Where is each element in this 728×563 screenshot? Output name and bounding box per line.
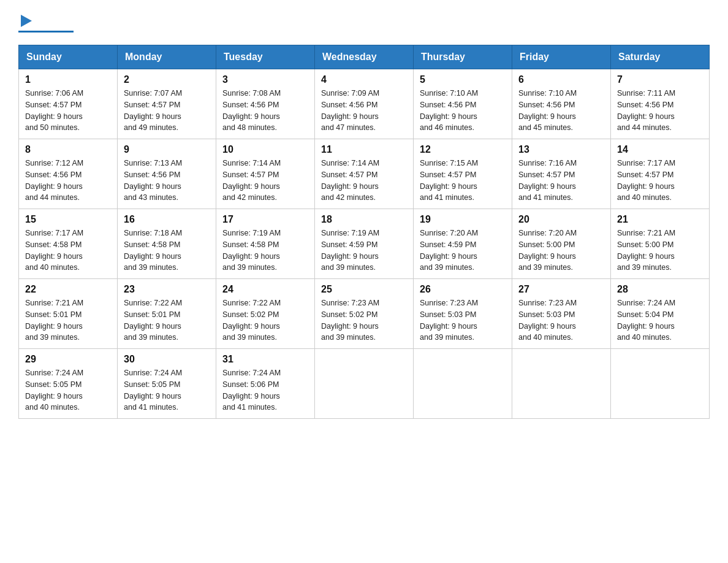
day-info: Sunrise: 7:23 AMSunset: 5:03 PMDaylight:… [420, 297, 506, 343]
day-info: Sunrise: 7:24 AMSunset: 5:05 PMDaylight:… [124, 367, 210, 413]
calendar-cell: 27Sunrise: 7:23 AMSunset: 5:03 PMDayligh… [512, 279, 611, 349]
calendar-cell: 24Sunrise: 7:22 AMSunset: 5:02 PMDayligh… [216, 279, 315, 349]
day-number: 5 [420, 74, 506, 85]
day-info: Sunrise: 7:23 AMSunset: 5:03 PMDaylight:… [518, 297, 604, 343]
calendar-cell: 16Sunrise: 7:18 AMSunset: 4:58 PMDayligh… [118, 209, 216, 279]
weekday-header-saturday: Saturday [611, 45, 710, 69]
calendar-cell: 18Sunrise: 7:19 AMSunset: 4:59 PMDayligh… [315, 209, 414, 279]
day-info: Sunrise: 7:20 AMSunset: 5:00 PMDaylight:… [518, 228, 604, 274]
calendar-cell: 11Sunrise: 7:14 AMSunset: 4:57 PMDayligh… [315, 139, 414, 209]
day-number: 2 [124, 74, 210, 85]
calendar-cell: 15Sunrise: 7:17 AMSunset: 4:58 PMDayligh… [19, 209, 118, 279]
svg-marker-0 [21, 15, 32, 27]
calendar-cell: 30Sunrise: 7:24 AMSunset: 5:05 PMDayligh… [118, 349, 216, 419]
logo [18, 12, 74, 33]
day-info: Sunrise: 7:16 AMSunset: 4:57 PMDaylight:… [518, 158, 604, 204]
day-number: 29 [25, 354, 111, 365]
day-info: Sunrise: 7:11 AMSunset: 4:56 PMDaylight:… [617, 88, 703, 134]
day-number: 7 [617, 74, 703, 85]
calendar-week-row: 29Sunrise: 7:24 AMSunset: 5:05 PMDayligh… [19, 349, 710, 419]
weekday-header-friday: Friday [512, 45, 611, 69]
weekday-header-wednesday: Wednesday [315, 45, 414, 69]
day-number: 24 [222, 284, 308, 295]
day-info: Sunrise: 7:17 AMSunset: 4:57 PMDaylight:… [617, 158, 703, 204]
calendar-cell: 13Sunrise: 7:16 AMSunset: 4:57 PMDayligh… [512, 139, 611, 209]
day-info: Sunrise: 7:22 AMSunset: 5:02 PMDaylight:… [222, 297, 308, 343]
calendar-cell: 3Sunrise: 7:08 AMSunset: 4:56 PMDaylight… [216, 69, 315, 139]
calendar-cell: 9Sunrise: 7:13 AMSunset: 4:56 PMDaylight… [118, 139, 216, 209]
day-number: 28 [617, 284, 703, 295]
day-number: 26 [420, 284, 506, 295]
day-number: 21 [617, 214, 703, 225]
calendar-cell: 26Sunrise: 7:23 AMSunset: 5:03 PMDayligh… [414, 279, 512, 349]
calendar-cell: 20Sunrise: 7:20 AMSunset: 5:00 PMDayligh… [512, 209, 611, 279]
calendar-week-row: 15Sunrise: 7:17 AMSunset: 4:58 PMDayligh… [19, 209, 710, 279]
calendar-week-row: 1Sunrise: 7:06 AMSunset: 4:57 PMDaylight… [19, 69, 710, 139]
day-info: Sunrise: 7:22 AMSunset: 5:01 PMDaylight:… [124, 297, 210, 343]
weekday-header-thursday: Thursday [414, 45, 512, 69]
logo-arrow-icon [21, 12, 38, 29]
day-number: 11 [321, 144, 407, 155]
day-info: Sunrise: 7:06 AMSunset: 4:57 PMDaylight:… [25, 88, 111, 134]
weekday-header-monday: Monday [118, 45, 216, 69]
day-number: 27 [518, 284, 604, 295]
day-number: 8 [25, 144, 111, 155]
day-info: Sunrise: 7:19 AMSunset: 4:59 PMDaylight:… [321, 228, 407, 274]
calendar-cell [512, 349, 611, 419]
day-info: Sunrise: 7:14 AMSunset: 4:57 PMDaylight:… [222, 158, 308, 204]
day-info: Sunrise: 7:21 AMSunset: 5:01 PMDaylight:… [25, 297, 111, 343]
day-info: Sunrise: 7:24 AMSunset: 5:05 PMDaylight:… [25, 367, 111, 413]
calendar-table: SundayMondayTuesdayWednesdayThursdayFrid… [18, 45, 710, 419]
day-number: 20 [518, 214, 604, 225]
page-header [18, 12, 710, 33]
day-info: Sunrise: 7:24 AMSunset: 5:06 PMDaylight:… [222, 367, 308, 413]
day-info: Sunrise: 7:09 AMSunset: 4:56 PMDaylight:… [321, 88, 407, 134]
day-number: 17 [222, 214, 308, 225]
calendar-cell: 7Sunrise: 7:11 AMSunset: 4:56 PMDaylight… [611, 69, 710, 139]
calendar-cell: 14Sunrise: 7:17 AMSunset: 4:57 PMDayligh… [611, 139, 710, 209]
calendar-cell: 21Sunrise: 7:21 AMSunset: 5:00 PMDayligh… [611, 209, 710, 279]
calendar-cell: 10Sunrise: 7:14 AMSunset: 4:57 PMDayligh… [216, 139, 315, 209]
day-info: Sunrise: 7:14 AMSunset: 4:57 PMDaylight:… [321, 158, 407, 204]
calendar-cell: 19Sunrise: 7:20 AMSunset: 4:59 PMDayligh… [414, 209, 512, 279]
logo-underline [18, 31, 74, 33]
calendar-week-row: 8Sunrise: 7:12 AMSunset: 4:56 PMDaylight… [19, 139, 710, 209]
calendar-cell: 1Sunrise: 7:06 AMSunset: 4:57 PMDaylight… [19, 69, 118, 139]
day-number: 1 [25, 74, 111, 85]
day-number: 15 [25, 214, 111, 225]
weekday-header-row: SundayMondayTuesdayWednesdayThursdayFrid… [19, 45, 710, 69]
day-number: 10 [222, 144, 308, 155]
calendar-cell: 31Sunrise: 7:24 AMSunset: 5:06 PMDayligh… [216, 349, 315, 419]
day-info: Sunrise: 7:13 AMSunset: 4:56 PMDaylight:… [124, 158, 210, 204]
day-number: 22 [25, 284, 111, 295]
day-info: Sunrise: 7:12 AMSunset: 4:56 PMDaylight:… [25, 158, 111, 204]
day-info: Sunrise: 7:15 AMSunset: 4:57 PMDaylight:… [420, 158, 506, 204]
day-info: Sunrise: 7:23 AMSunset: 5:02 PMDaylight:… [321, 297, 407, 343]
day-number: 9 [124, 144, 210, 155]
day-number: 31 [222, 354, 308, 365]
calendar-header: SundayMondayTuesdayWednesdayThursdayFrid… [19, 45, 710, 69]
day-info: Sunrise: 7:24 AMSunset: 5:04 PMDaylight:… [617, 297, 703, 343]
day-info: Sunrise: 7:21 AMSunset: 5:00 PMDaylight:… [617, 228, 703, 274]
day-number: 13 [518, 144, 604, 155]
calendar-cell: 25Sunrise: 7:23 AMSunset: 5:02 PMDayligh… [315, 279, 414, 349]
calendar-week-row: 22Sunrise: 7:21 AMSunset: 5:01 PMDayligh… [19, 279, 710, 349]
day-number: 12 [420, 144, 506, 155]
day-info: Sunrise: 7:20 AMSunset: 4:59 PMDaylight:… [420, 228, 506, 274]
day-number: 30 [124, 354, 210, 365]
calendar-cell: 5Sunrise: 7:10 AMSunset: 4:56 PMDaylight… [414, 69, 512, 139]
day-number: 23 [124, 284, 210, 295]
day-number: 6 [518, 74, 604, 85]
day-info: Sunrise: 7:18 AMSunset: 4:58 PMDaylight:… [124, 228, 210, 274]
calendar-cell [315, 349, 414, 419]
calendar-cell [414, 349, 512, 419]
weekday-header-tuesday: Tuesday [216, 45, 315, 69]
calendar-body: 1Sunrise: 7:06 AMSunset: 4:57 PMDaylight… [19, 69, 710, 419]
calendar-cell: 22Sunrise: 7:21 AMSunset: 5:01 PMDayligh… [19, 279, 118, 349]
day-info: Sunrise: 7:08 AMSunset: 4:56 PMDaylight:… [222, 88, 308, 134]
calendar-cell: 28Sunrise: 7:24 AMSunset: 5:04 PMDayligh… [611, 279, 710, 349]
day-info: Sunrise: 7:10 AMSunset: 4:56 PMDaylight:… [518, 88, 604, 134]
day-number: 4 [321, 74, 407, 85]
calendar-cell: 23Sunrise: 7:22 AMSunset: 5:01 PMDayligh… [118, 279, 216, 349]
day-number: 19 [420, 214, 506, 225]
